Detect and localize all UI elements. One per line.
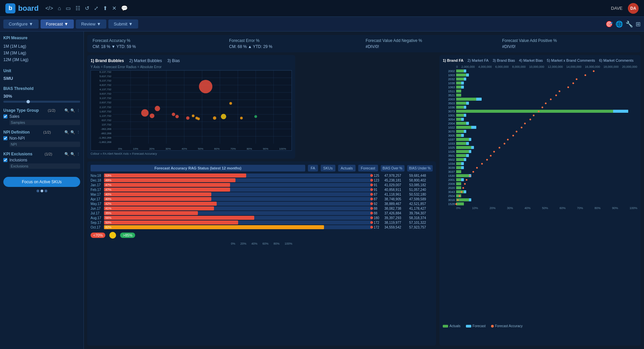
excl-search-icon[interactable]: 🔍 [64,152,69,156]
usage-samples-item[interactable]: Samples [9,120,80,125]
legend-fa: Forecast Accuracy [491,324,523,328]
configure-button[interactable]: Configure ▼ [3,19,39,29]
usage-type-icons: 🔍 🔍 ⋮ [64,108,80,113]
y-label-3: 4,637,732 [99,84,111,87]
right-tab-brand-bias[interactable]: 3) Brand Bias [493,58,515,62]
npi-non-npi-checkbox[interactable] [3,136,7,140]
focus-active-skus-button[interactable]: Focus on Active SKUs [3,177,80,187]
dot-1[interactable] [37,190,39,192]
share-icon[interactable]: ⬆ [103,5,107,11]
bar-row: 3037 [443,170,637,173]
dot-3[interactable] [45,190,47,192]
chat-icon[interactable]: 💬 [121,5,128,11]
rag-skus-header: SKUs [321,165,335,171]
globe-icon[interactable]: 🌐 [615,20,623,28]
target-icon[interactable]: 🎯 [605,20,613,28]
bubble-11 [221,114,226,119]
bar-chart-scroll[interactable]: 02,000,0004,000,0006,000,0008,000,00010,… [443,65,637,322]
kpi-fa-value: CM: 18 % ▼ YTD: 59 % [93,44,226,49]
y-label-14: -862,268 [101,132,111,135]
grid-icon[interactable]: ☷ [75,5,80,11]
bubble-tab-brand[interactable]: 1) Brand Bubbles [91,58,124,63]
right-tab-mxb-comments[interactable]: 5) Market x Brand Comments [547,58,595,62]
right-panel: 1) Brand FA 2) Market FA 3) Brand Bias 4… [439,55,641,346]
kpi-1m-3m[interactable]: 1M (3M Lag) [3,50,80,56]
kpi-measure-label: KPI Measure [3,36,80,40]
right-tab-market-bias[interactable]: 4) Market Bias [519,58,543,62]
rag-row: Jul.17 35% 88 37,426,884 39,784,307 [91,211,433,215]
kpi-12m-3m[interactable]: 12M (3M Lag) [3,56,80,63]
y-axis-labels: 6,137,732 5,637,732 5,137,732 4,637,732 … [91,70,113,144]
legend-actuals-label: Actuals [449,324,461,328]
bar-row: 3521 [443,93,637,97]
rag-row: Mar.17 40% 87 41,118,961 50,532,180 [91,192,433,196]
content-area: Forecast Accuracy % CM: 18 % ▼ YTD: 59 %… [84,32,644,349]
wrench-icon[interactable]: 🔧 [626,20,633,28]
close-icon[interactable]: ✕ [112,5,116,11]
kpi-inclusions-checkbox[interactable] [3,158,7,162]
refresh-icon[interactable]: ↺ [85,5,89,11]
x-label-3: 30% [165,147,171,150]
right-tab-market-comments[interactable]: 6) Market Comments [599,58,634,62]
table-icon[interactable]: ⊞ [636,20,641,28]
usage-search-icon[interactable]: 🔍 [64,108,69,113]
npi-item[interactable]: NPI [9,142,80,147]
forecast-button[interactable]: Forecast ▼ [41,19,74,29]
bias-slider-track [3,101,80,103]
rag-row: Feb.17 47% 91 40,858,911 51,057,240 [91,188,433,192]
bar-row: 3043 [443,190,637,194]
kpi-exclusions-item[interactable]: Exclusions [9,163,80,169]
bar-row: 3054 [443,117,637,121]
bubble-tab-bias[interactable]: 3) Bias [167,58,180,63]
usage-more-icon[interactable]: ⋮ [76,108,80,113]
rag-bias-under-header: BIAS Under % [407,165,433,171]
excl-search2-icon[interactable]: 🔍 [70,152,75,156]
kpi-pos: Forecast Value Add Positive % #DIV/0! [502,38,635,49]
expand-icon[interactable]: ⤢ [94,5,98,11]
bubble-7 [192,114,195,117]
review-button[interactable]: Review ▼ [76,19,106,29]
bar-legend: Actuals Forecast Forecast Accuracy [443,324,637,328]
code-icon[interactable]: </> [45,5,53,11]
rag-row: Oct.17 82% 172 34,559,542 57,923,757 [91,225,433,229]
right-tab-brand-fa[interactable]: 1) Brand FA [443,58,464,62]
bubble-tab-market[interactable]: 2) Market Bubbles [129,58,162,63]
sidebar-dots [3,190,80,192]
bar-row: 3016 [443,198,637,202]
npi-search-icon[interactable]: 🔍 [64,130,69,135]
submit-button[interactable]: Submit ▼ [108,19,138,29]
bar-row: 1001 [443,113,637,117]
x-label-4: 40% [182,147,187,150]
home-icon[interactable]: ⌂ [58,5,61,11]
kpi-error-value: CM: 68 % ▲ YTD: 29 % [229,44,362,49]
npi-search2-icon[interactable]: 🔍 [70,130,75,135]
layout-icon[interactable]: ▭ [66,5,71,11]
x-label-0: 0% [118,147,122,150]
x-label-9: 90% [263,147,268,150]
bar-row: 1528 [443,202,637,206]
y-label-4: 4,137,732 [99,88,111,91]
kpi-excl-label: KPI Exclusions [3,152,33,156]
excl-more-icon[interactable]: ⋮ [76,152,80,156]
bubble-tabs: 1) Brand Bubbles 2) Market Bubbles 3) Bi… [91,58,292,63]
kpi-error-title: Forecast Error % [229,38,362,43]
bar-row: 1026 [443,150,637,153]
bar-row: 2004 [443,121,637,125]
nav-right-icons: 🎯 🌐 🔧 ⊞ [605,20,641,28]
dot-2[interactable] [41,190,43,192]
user-avatar[interactable]: DA [628,3,639,14]
kpi-1m-1m[interactable]: 1M (1M Lag) [3,43,80,50]
unit-section: Unit SMU [3,68,80,81]
left-panel: 1) Brand Bubbles 2) Market Bubbles 3) Bi… [87,55,436,346]
bias-slider-handle[interactable] [26,100,30,103]
bar-row: 3005 [443,134,637,137]
kpi-inclusions-label: Inclusions [9,158,27,162]
right-tab-market-fa[interactable]: 2) Market FA [468,58,489,62]
npi-more-icon[interactable]: ⋮ [76,130,80,135]
usage-search2-icon[interactable]: 🔍 [70,108,75,113]
rag-row: Sep.17 50% 172 38,119,977 57,101,322 [91,220,433,225]
bar-row: 1025 [443,146,637,149]
rag-section: Forecast Accuracy RAG Status (latest 12 … [87,161,436,346]
bar-row: 1037 [443,138,637,141]
usage-sales-checkbox[interactable] [3,114,7,118]
